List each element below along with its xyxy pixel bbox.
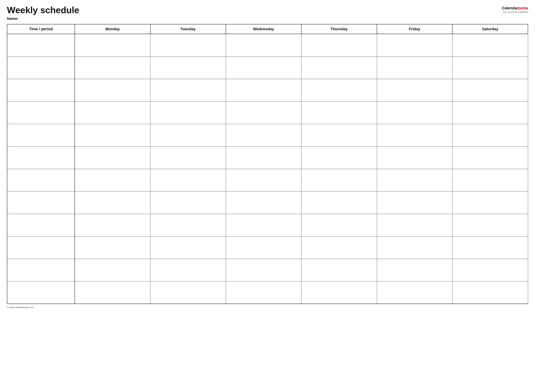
schedule-cell[interactable] — [150, 191, 226, 214]
schedule-cell[interactable] — [452, 281, 528, 304]
table-row — [7, 191, 528, 214]
page-header: Weekly schedule Name: Calendarpedia Your… — [7, 5, 528, 21]
table-row — [7, 281, 528, 304]
schedule-cell[interactable] — [226, 259, 301, 281]
schedule-cell[interactable] — [150, 101, 226, 124]
schedule-cell[interactable] — [301, 146, 377, 169]
schedule-cell[interactable] — [301, 236, 377, 259]
page-footer: © www.calendarpedia.com — [7, 306, 528, 309]
schedule-cell[interactable] — [301, 34, 377, 56]
schedule-cell[interactable] — [452, 34, 528, 56]
schedule-cell[interactable] — [226, 56, 301, 79]
schedule-cell[interactable] — [377, 56, 452, 79]
schedule-cell[interactable] — [75, 169, 150, 191]
col-friday: Friday — [377, 24, 452, 34]
schedule-cell[interactable] — [150, 79, 226, 101]
schedule-cell[interactable] — [377, 79, 452, 101]
schedule-cell[interactable] — [226, 214, 301, 236]
schedule-cell[interactable] — [226, 281, 301, 304]
schedule-cell[interactable] — [377, 169, 452, 191]
schedule-cell[interactable] — [452, 169, 528, 191]
schedule-cell[interactable] — [75, 191, 150, 214]
schedule-cell[interactable] — [301, 281, 377, 304]
schedule-cell[interactable] — [377, 146, 452, 169]
table-row — [7, 79, 528, 101]
schedule-cell[interactable] — [377, 101, 452, 124]
schedule-cell[interactable] — [301, 169, 377, 191]
schedule-cell[interactable] — [301, 214, 377, 236]
schedule-cell[interactable] — [226, 146, 301, 169]
schedule-cell[interactable] — [226, 101, 301, 124]
schedule-cell[interactable] — [226, 169, 301, 191]
schedule-cell[interactable] — [75, 236, 150, 259]
time-cell[interactable] — [7, 236, 75, 259]
schedule-cell[interactable] — [301, 79, 377, 101]
schedule-cell[interactable] — [150, 281, 226, 304]
schedule-cell[interactable] — [75, 124, 150, 146]
schedule-cell[interactable] — [226, 236, 301, 259]
schedule-cell[interactable] — [377, 214, 452, 236]
schedule-cell[interactable] — [301, 259, 377, 281]
schedule-cell[interactable] — [75, 146, 150, 169]
time-cell[interactable] — [7, 191, 75, 214]
schedule-cell[interactable] — [452, 259, 528, 281]
time-cell[interactable] — [7, 169, 75, 191]
schedule-cell[interactable] — [301, 124, 377, 146]
schedule-cell[interactable] — [452, 101, 528, 124]
schedule-cell[interactable] — [150, 124, 226, 146]
schedule-cell[interactable] — [377, 124, 452, 146]
time-cell[interactable] — [7, 281, 75, 304]
schedule-cell[interactable] — [301, 56, 377, 79]
logo-text: Calendarpedia — [502, 6, 528, 10]
schedule-cell[interactable] — [150, 169, 226, 191]
schedule-cell[interactable] — [75, 101, 150, 124]
schedule-cell[interactable] — [75, 214, 150, 236]
schedule-cell[interactable] — [150, 214, 226, 236]
schedule-cell[interactable] — [226, 79, 301, 101]
schedule-cell[interactable] — [377, 281, 452, 304]
schedule-cell[interactable] — [452, 124, 528, 146]
schedule-cell[interactable] — [150, 56, 226, 79]
schedule-cell[interactable] — [75, 281, 150, 304]
time-cell[interactable] — [7, 259, 75, 281]
schedule-cell[interactable] — [150, 259, 226, 281]
schedule-cell[interactable] — [150, 146, 226, 169]
schedule-cell[interactable] — [226, 191, 301, 214]
table-row — [7, 146, 528, 169]
time-cell[interactable] — [7, 79, 75, 101]
schedule-cell[interactable] — [452, 236, 528, 259]
logo-pedia-part: pedia — [518, 6, 528, 10]
schedule-cell[interactable] — [377, 191, 452, 214]
time-cell[interactable] — [7, 214, 75, 236]
logo-section: Calendarpedia Your source for calendars — [502, 6, 528, 13]
schedule-cell[interactable] — [75, 34, 150, 56]
time-cell[interactable] — [7, 34, 75, 56]
schedule-cell[interactable] — [226, 124, 301, 146]
time-cell[interactable] — [7, 101, 75, 124]
schedule-cell[interactable] — [301, 101, 377, 124]
schedule-cell[interactable] — [301, 191, 377, 214]
logo-subtitle: Your source for calendars — [502, 11, 528, 13]
schedule-cell[interactable] — [150, 34, 226, 56]
schedule-cell[interactable] — [150, 236, 226, 259]
schedule-cell[interactable] — [377, 259, 452, 281]
time-cell[interactable] — [7, 124, 75, 146]
schedule-cell[interactable] — [452, 214, 528, 236]
schedule-cell[interactable] — [226, 34, 301, 56]
table-row — [7, 34, 528, 56]
schedule-cell[interactable] — [377, 34, 452, 56]
time-cell[interactable] — [7, 56, 75, 79]
schedule-cell[interactable] — [75, 56, 150, 79]
schedule-cell[interactable] — [75, 259, 150, 281]
title-section: Weekly schedule Name: — [7, 5, 79, 21]
time-cell[interactable] — [7, 146, 75, 169]
schedule-cell[interactable] — [452, 79, 528, 101]
col-thursday: Thursday — [301, 24, 377, 34]
schedule-cell[interactable] — [75, 79, 150, 101]
table-row — [7, 101, 528, 124]
schedule-cell[interactable] — [452, 191, 528, 214]
schedule-cell[interactable] — [452, 56, 528, 79]
schedule-cell[interactable] — [452, 146, 528, 169]
name-label: Name: — [7, 16, 79, 21]
schedule-cell[interactable] — [377, 236, 452, 259]
